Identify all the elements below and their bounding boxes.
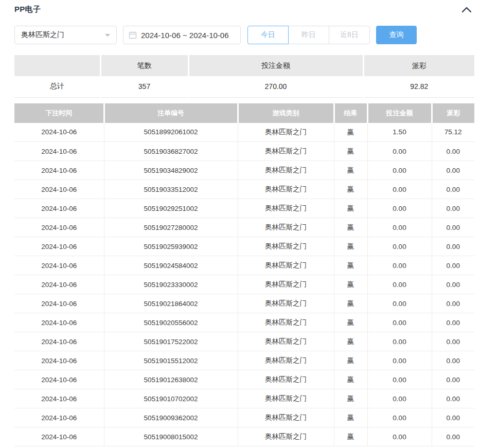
cell-payout: 0.00 [432, 142, 474, 161]
cell-bet-time: 2024-10-06 [14, 351, 104, 370]
cell-bet-amount: 0.00 [367, 199, 432, 218]
cell-bet-time: 2024-10-06 [14, 427, 104, 446]
cell-payout: 0.00 [432, 332, 474, 351]
cell-bet-time: 2024-10-06 [14, 218, 104, 237]
cell-result: 赢 [334, 427, 367, 446]
cell-bet-id: 50519015512002 [104, 351, 238, 370]
summary-total-bet-amount: 270.00 [188, 76, 363, 97]
cell-payout: 0.00 [432, 218, 474, 237]
cell-payout: 0.00 [432, 389, 474, 408]
quick-range-button-2[interactable]: 近8日 [329, 26, 370, 44]
cell-game-category: 奥林匹斯之门 [238, 370, 334, 389]
cell-result: 赢 [334, 351, 367, 370]
cell-bet-id: 50519009362002 [104, 408, 238, 427]
cell-bet-id: 50519012638002 [104, 370, 238, 389]
table-row: 2024-10-06 50519023330002 奥林匹斯之门 赢 0.00 … [14, 275, 474, 294]
table-row: 2024-10-06 50519029251002 奥林匹斯之门 赢 0.00 … [14, 199, 474, 218]
cell-result: 赢 [334, 294, 367, 313]
panel-header: PP电子 [0, 0, 480, 14]
col-header-bet-id: 注单编号 [104, 103, 238, 123]
cell-payout: 0.00 [432, 408, 474, 427]
cell-payout: 0.00 [432, 256, 474, 275]
cell-game-category: 奥林匹斯之门 [238, 427, 334, 446]
cell-bet-id: 50519034829002 [104, 161, 238, 180]
col-header-game-category: 游戏类别 [238, 103, 334, 123]
date-range-value: 2024-10-06 ~ 2024-10-06 [141, 31, 229, 40]
cell-game-category: 奥林匹斯之门 [238, 332, 334, 351]
cell-result: 赢 [334, 389, 367, 408]
cell-bet-amount: 0.00 [367, 218, 432, 237]
col-header-bet-time: 下注时间 [14, 103, 104, 123]
cell-bet-time: 2024-10-06 [14, 294, 104, 313]
table-row: 2024-10-06 50519012638002 奥林匹斯之门 赢 0.00 … [14, 370, 474, 389]
quick-range-group: 今日昨日近8日 [247, 26, 370, 44]
pp-electronic-panel: PP电子 奥林匹斯之门 2024-10-06 ~ 2024 [0, 0, 480, 448]
cell-payout: 0.00 [432, 237, 474, 256]
cell-bet-time: 2024-10-06 [14, 275, 104, 294]
cell-result: 赢 [334, 123, 367, 142]
cell-game-category: 奥林匹斯之门 [238, 294, 334, 313]
cell-payout: 0.00 [432, 294, 474, 313]
chevron-up-icon [461, 7, 472, 14]
summary-col-bet-amount: 投注金额 [188, 55, 363, 76]
cell-payout: 0.00 [432, 313, 474, 332]
page-title: PP电子 [14, 5, 41, 14]
cell-payout: 0.00 [432, 370, 474, 389]
caret-down-icon [105, 34, 110, 39]
table-row: 2024-10-06 50519015512002 奥林匹斯之门 赢 0.00 … [14, 351, 474, 370]
table-row: 2024-10-06 50519017522002 奥林匹斯之门 赢 0.00 … [14, 332, 474, 351]
cell-payout: 0.00 [432, 351, 474, 370]
cell-bet-id: 50519017522002 [104, 332, 238, 351]
cell-bet-id: 50519036827002 [104, 142, 238, 161]
collapse-button[interactable] [461, 6, 472, 13]
cell-bet-amount: 0.00 [367, 142, 432, 161]
cell-game-category: 奥林匹斯之门 [238, 351, 334, 370]
table-row: 2024-10-06 50519034829002 奥林匹斯之门 赢 0.00 … [14, 161, 474, 180]
query-button[interactable]: 查询 [376, 26, 417, 44]
cell-result: 赢 [334, 180, 367, 199]
cell-bet-time: 2024-10-06 [14, 123, 104, 142]
cell-payout: 75.12 [432, 123, 474, 142]
cell-bet-id: 50519025939002 [104, 237, 238, 256]
cell-bet-amount: 0.00 [367, 294, 432, 313]
cell-bet-amount: 0.00 [367, 256, 432, 275]
cell-game-category: 奥林匹斯之门 [238, 161, 334, 180]
table-row: 2024-10-06 50519009362002 奥林匹斯之门 赢 0.00 … [14, 408, 474, 427]
cell-game-category: 奥林匹斯之门 [238, 256, 334, 275]
date-range-input[interactable]: 2024-10-06 ~ 2024-10-06 [123, 26, 241, 44]
table-row: 2024-10-06 50518992061002 奥林匹斯之门 赢 1.50 … [14, 123, 474, 142]
summary-total-row: 总计 357 270.00 92.82 [14, 76, 474, 97]
table-row: 2024-10-06 50519020556002 奥林匹斯之门 赢 0.00 … [14, 313, 474, 332]
cell-bet-id: 50518992061002 [104, 123, 238, 142]
cell-bet-id: 50519033512002 [104, 180, 238, 199]
cell-bet-time: 2024-10-06 [14, 256, 104, 275]
cell-result: 赢 [334, 256, 367, 275]
cell-result: 赢 [334, 199, 367, 218]
cell-bet-time: 2024-10-06 [14, 370, 104, 389]
cell-game-category: 奥林匹斯之门 [238, 123, 334, 142]
game-select-value: 奥林匹斯之门 [21, 30, 64, 40]
cell-bet-amount: 0.00 [367, 237, 432, 256]
cell-bet-id: 50519008015002 [104, 427, 238, 446]
cell-bet-time: 2024-10-06 [14, 389, 104, 408]
records-header-row: 下注时间 注单编号 游戏类别 结果 投注金额 派彩 [14, 103, 474, 123]
cell-result: 赢 [334, 370, 367, 389]
cell-bet-id: 50519029251002 [104, 199, 238, 218]
quick-range-button-0[interactable]: 今日 [247, 26, 289, 44]
game-select[interactable]: 奥林匹斯之门 [14, 26, 117, 44]
cell-bet-id: 50519024584002 [104, 256, 238, 275]
cell-game-category: 奥林匹斯之门 [238, 218, 334, 237]
cell-game-category: 奥林匹斯之门 [238, 237, 334, 256]
summary-col-blank [14, 55, 100, 76]
col-header-bet-amount: 投注金额 [367, 103, 432, 123]
cell-bet-amount: 0.00 [367, 180, 432, 199]
cell-bet-id: 50519021864002 [104, 294, 238, 313]
cell-result: 赢 [334, 275, 367, 294]
cell-payout: 0.00 [432, 180, 474, 199]
records-body: 2024-10-06 50518992061002 奥林匹斯之门 赢 1.50 … [14, 123, 474, 446]
cell-bet-amount: 1.50 [367, 123, 432, 142]
quick-range-button-1[interactable]: 昨日 [288, 26, 329, 44]
cell-result: 赢 [334, 313, 367, 332]
cell-result: 赢 [334, 332, 367, 351]
cell-game-category: 奥林匹斯之门 [238, 142, 334, 161]
